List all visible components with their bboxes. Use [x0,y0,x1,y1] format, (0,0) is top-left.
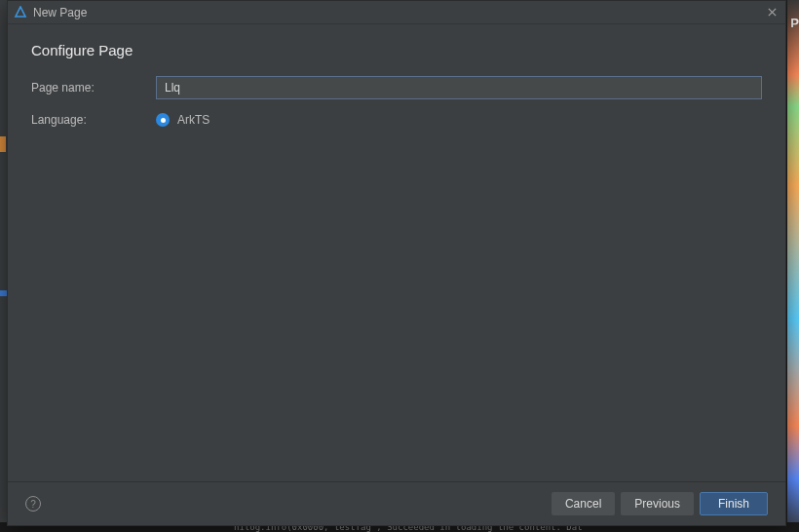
page-name-label: Page name: [31,81,156,95]
app-icon [14,6,27,19]
dialog-footer: ? Cancel Previous Finish [8,482,785,525]
dialog-titlebar: New Page [8,1,785,24]
content-spacer [31,140,762,481]
page-name-input[interactable] [156,76,762,99]
close-icon[interactable] [764,5,780,20]
finish-button[interactable]: Finish [700,492,768,515]
language-label: Language: [31,113,156,127]
language-row: Language: ArkTS [31,113,762,127]
backdrop-right-strip: P [787,0,799,532]
help-icon[interactable]: ? [25,496,41,512]
page-name-row: Page name: [31,76,762,99]
help-glyph: ? [30,499,36,510]
page-heading: Configure Page [31,42,762,58]
cancel-button[interactable]: Cancel [552,492,615,515]
language-option-label: ArkTS [177,113,209,127]
new-page-dialog: New Page Configure Page Page name: Langu… [7,0,786,526]
dialog-title: New Page [33,6,764,19]
previous-button[interactable]: Previous [621,492,694,515]
backdrop-gutter-warn [0,136,6,152]
language-radio-arkts[interactable]: ArkTS [156,113,209,127]
backdrop-right-label: P [790,16,799,30]
dialog-content: Configure Page Page name: Language: ArkT… [8,24,785,481]
radio-selected-icon [156,113,170,127]
